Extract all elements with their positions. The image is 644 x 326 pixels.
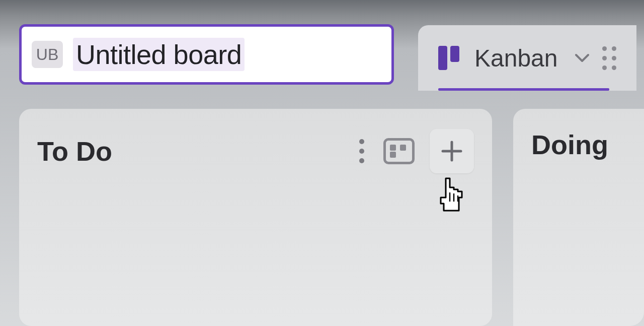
column-title[interactable]: To Do <box>37 136 344 167</box>
cursor-pointer-icon <box>434 175 466 216</box>
card-layout-icon[interactable] <box>383 138 415 164</box>
column-title[interactable]: Doing <box>531 129 626 160</box>
column-actions <box>355 129 474 173</box>
drag-handle-icon[interactable] <box>602 46 616 70</box>
column-doing: Doing <box>513 109 644 326</box>
view-label: Kanban <box>474 44 558 72</box>
chevron-down-icon[interactable] <box>574 50 590 66</box>
columns-area: To Do Doing <box>0 91 644 326</box>
plus-icon <box>441 140 463 162</box>
more-options-icon[interactable] <box>355 135 368 167</box>
column-header: Doing <box>531 129 626 160</box>
kanban-icon <box>438 46 462 70</box>
board-title-input[interactable]: UB Untitled board <box>19 24 394 85</box>
view-switcher-tab[interactable]: Kanban <box>418 25 636 91</box>
add-card-button[interactable] <box>430 129 474 173</box>
board-title-text[interactable]: Untitled board <box>73 38 245 71</box>
top-bar: UB Untitled board Kanban <box>0 0 644 91</box>
column-header: To Do <box>37 129 474 173</box>
board-initials-badge: UB <box>32 41 63 68</box>
column-todo: To Do <box>19 109 492 326</box>
